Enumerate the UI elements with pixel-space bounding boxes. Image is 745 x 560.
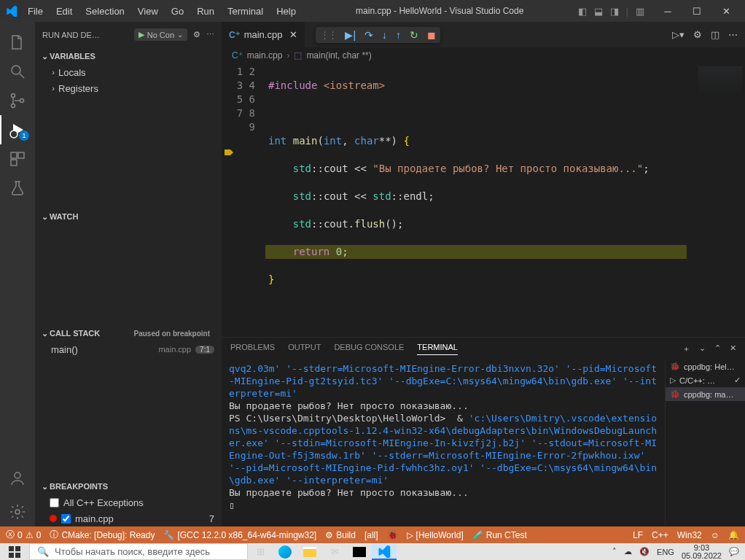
step-over-icon[interactable]: ↷ <box>364 29 373 41</box>
tray-onedrive-icon[interactable]: ☁ <box>624 547 632 556</box>
maximize-panel-icon[interactable]: ⌃ <box>714 343 721 354</box>
status-build[interactable]: ⚙ Build <box>325 530 356 540</box>
activity-explorer[interactable] <box>0 28 35 57</box>
toggle-secondary-sidebar-icon[interactable]: ◨ <box>610 6 619 17</box>
customize-layout-icon[interactable]: ▥ <box>636 6 644 17</box>
menu-help[interactable]: Help <box>270 3 302 20</box>
new-terminal-icon[interactable]: ＋ <box>682 343 690 354</box>
status-eol[interactable]: LF <box>633 530 643 540</box>
debug-toolbar[interactable]: ⋮⋮ ▶| ↷ ↓ ↑ ↻ ◼ <box>316 27 440 43</box>
tray-lang[interactable]: ENG <box>657 548 674 556</box>
activity-settings[interactable] <box>0 497 35 526</box>
status-lang[interactable]: C++ <box>652 530 668 540</box>
terminal-item[interactable]: 🐞cppdbg: Hel… <box>666 359 745 373</box>
close-panel-icon[interactable]: ✕ <box>730 343 736 354</box>
panel-tab-problems[interactable]: PROBLEMS <box>230 343 275 354</box>
taskbar-explorer[interactable] <box>297 543 322 560</box>
debug-config-selector[interactable]: ▶ No Con ⌄ <box>134 28 187 41</box>
status-debug-launch[interactable]: 🐞 <box>387 530 398 540</box>
status-target[interactable]: [all] <box>364 530 378 540</box>
menu-file[interactable]: File <box>22 3 49 20</box>
taskbar-search[interactable]: 🔍 Чтобы начать поиск, введите здесь <box>29 543 248 560</box>
tray-notifications-icon[interactable]: 💬 <box>729 547 739 556</box>
breadcrumbs[interactable]: C⁺ main.cpp › ⬚ main(int, char **) <box>222 47 745 63</box>
section-callstack[interactable]: ⌄CALL STACKPaused on breakpoint <box>35 325 222 341</box>
symbol-method-icon: ⬚ <box>294 50 302 61</box>
restart-icon[interactable]: ↻ <box>410 29 418 41</box>
terminal-dropdown-icon[interactable]: ⌄ <box>699 343 706 354</box>
taskbar-vscode[interactable] <box>372 543 397 560</box>
menu-selection[interactable]: Selection <box>79 3 130 20</box>
start-debug-icon[interactable]: ▶ <box>139 30 144 39</box>
window-minimize[interactable]: ─ <box>655 1 681 21</box>
tray-expand-icon[interactable]: ˄ <box>612 547 617 556</box>
svg-point-4 <box>20 99 24 103</box>
split-editor-icon[interactable]: ◫ <box>711 29 719 40</box>
stop-icon[interactable]: ◼ <box>427 29 436 41</box>
title-bar: File Edit Selection View Go Run Terminal… <box>0 0 745 22</box>
section-variables[interactable]: ⌄VARIABLES <box>35 48 222 64</box>
more-actions-icon[interactable]: ⋯ <box>206 30 214 39</box>
editor-settings-icon[interactable]: ⚙ <box>693 29 702 40</box>
step-out-icon[interactable]: ↑ <box>396 29 401 41</box>
status-ctest[interactable]: 🧪 Run CTest <box>472 530 527 540</box>
code-content[interactable]: #include <iostream> int main(int, char**… <box>265 63 687 337</box>
panel-tab-debug-console[interactable]: DEBUG CONSOLE <box>334 343 404 354</box>
minimap[interactable] <box>687 63 745 337</box>
status-run-launch[interactable]: ▷ [HelloWorld] <box>407 530 464 540</box>
window-close[interactable]: ✕ <box>713 1 739 21</box>
status-notifications-icon[interactable]: 🔔 <box>728 530 739 540</box>
breakpoint-all-exceptions[interactable]: All C++ Exceptions <box>35 494 222 510</box>
menu-go[interactable]: Go <box>165 3 190 20</box>
terminal-item[interactable]: 🐞cppdbg: ma… <box>666 387 745 401</box>
window-maximize[interactable]: ☐ <box>684 1 710 21</box>
continue-icon[interactable]: ▶| <box>345 29 356 41</box>
debug-settings-icon[interactable]: ⚙ <box>193 30 200 39</box>
section-watch[interactable]: ⌄WATCH <box>35 209 222 225</box>
activity-search[interactable] <box>0 57 35 86</box>
menu-edit[interactable]: Edit <box>50 3 78 20</box>
tray-volume-icon[interactable]: 🔇 <box>639 547 650 556</box>
activity-run-debug[interactable]: 1 <box>0 115 35 144</box>
tray-clock[interactable]: 9:0305.09.2022 <box>682 544 722 560</box>
breakpoint-item[interactable]: main.cpp 7 <box>35 510 222 526</box>
bp-file-checkbox[interactable] <box>61 514 71 524</box>
menu-view[interactable]: View <box>132 3 164 20</box>
status-errors[interactable]: ⓧ 0 ⚠ 0 <box>6 529 41 541</box>
toggle-primary-sidebar-icon[interactable]: ◧ <box>578 6 587 17</box>
variables-locals[interactable]: ›Locals <box>48 64 222 80</box>
menu-terminal[interactable]: Terminal <box>222 3 269 20</box>
status-platform[interactable]: Win32 <box>677 530 702 540</box>
panel-tab-output[interactable]: OUTPUT <box>288 343 321 354</box>
status-kit[interactable]: 🔧 [GCC 12.2.0 x86_64-w64-mingw32] <box>163 530 316 540</box>
task-view-icon[interactable]: ⊞ <box>248 543 273 560</box>
breakpoint-gutter[interactable] <box>222 63 236 337</box>
close-tab-icon[interactable]: ✕ <box>289 29 297 40</box>
editor-more-icon[interactable]: ⋯ <box>728 29 738 40</box>
panel-tab-terminal[interactable]: TERMINAL <box>417 343 458 355</box>
editor-tab-main-cpp[interactable]: C⁺ main.cpp ✕ <box>222 22 305 47</box>
drag-handle-icon[interactable]: ⋮⋮ <box>320 29 336 40</box>
section-breakpoints[interactable]: ⌄BREAKPOINTS <box>35 478 222 494</box>
activity-testing[interactable] <box>0 174 35 203</box>
terminal-output[interactable]: qvq2.03m' '--stderr=Microsoft-MIEngine-E… <box>222 359 665 526</box>
step-into-icon[interactable]: ↓ <box>382 29 387 41</box>
start-button[interactable] <box>0 543 29 560</box>
toggle-panel-icon[interactable]: ⬓ <box>594 6 603 17</box>
run-code-icon[interactable]: ▷▾ <box>672 29 684 40</box>
taskbar-edge[interactable] <box>273 543 297 560</box>
variables-registers[interactable]: ›Registers <box>48 80 222 96</box>
activity-accounts[interactable] <box>0 464 35 493</box>
code-editor[interactable]: 1 2 3 4 5 6 7 8 9 #include <iostream> in… <box>222 63 745 337</box>
status-feedback-icon[interactable]: ☺ <box>711 530 719 540</box>
play-icon: ▷ <box>670 376 676 385</box>
menu-run[interactable]: Run <box>191 3 220 20</box>
taskbar-mail[interactable]: ✉ <box>322 543 347 560</box>
bp-exceptions-checkbox[interactable] <box>50 498 59 508</box>
status-cmake[interactable]: ⓘ CMake: [Debug]: Ready <box>50 529 155 541</box>
callstack-frame[interactable]: main() main.cpp 7:1 <box>35 341 222 357</box>
activity-extensions[interactable] <box>0 144 35 174</box>
activity-source-control[interactable] <box>0 86 35 115</box>
terminal-item[interactable]: ▷C/C++: …✓ <box>666 373 745 387</box>
taskbar-terminal[interactable] <box>347 543 372 560</box>
